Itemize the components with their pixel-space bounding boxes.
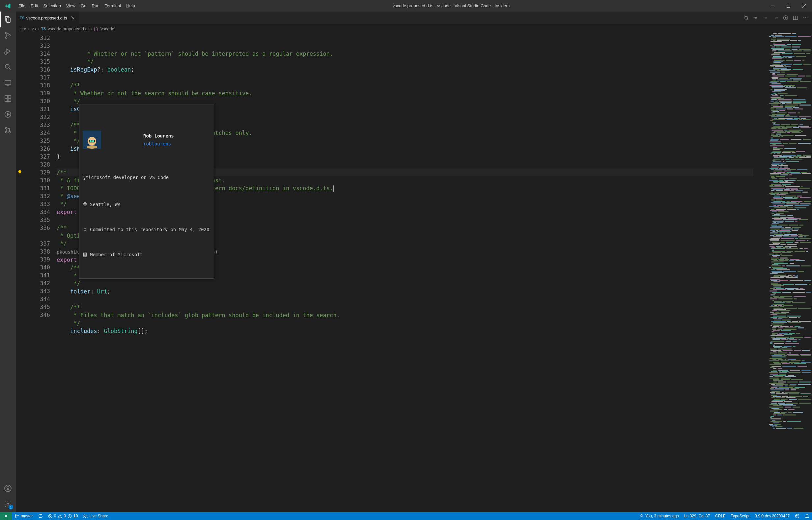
breadcrumb-seg[interactable]: src — [21, 26, 26, 31]
status-branch[interactable]: master — [12, 512, 35, 520]
menu-selection[interactable]: Selection — [40, 1, 63, 10]
status-liveshare[interactable]: Live Share — [80, 512, 111, 520]
svg-point-35 — [92, 140, 94, 142]
hover-member: Member of Microsoft — [83, 250, 209, 259]
status-cursor[interactable]: Ln 329, Col 87 — [681, 512, 712, 520]
menu-bar: FFileile Edit Selection View Go Run Term… — [16, 1, 138, 10]
svg-rect-3 — [7, 18, 10, 22]
status-eol[interactable]: CRLF — [712, 512, 728, 520]
typescript-icon: TS — [41, 27, 46, 31]
github-user-hover: Rob Lourens roblourens @Microsoft develo… — [79, 105, 214, 279]
svg-point-23 — [755, 17, 757, 19]
status-blame[interactable]: You, 3 minutes ago — [637, 512, 681, 520]
settings-badge: 1 — [8, 505, 13, 510]
editor[interactable]: 312 313 314 315 316 317 318 319 320 321 … — [16, 33, 812, 512]
activity-account[interactable] — [0, 480, 16, 496]
minimap[interactable] — [768, 33, 812, 512]
menu-edit[interactable]: Edit — [28, 1, 40, 10]
svg-point-34 — [90, 140, 91, 142]
menu-file[interactable]: FFileile — [16, 1, 28, 10]
breadcrumb-seg[interactable]: 'vscode' — [100, 26, 115, 31]
svg-point-21 — [744, 16, 746, 17]
chevron-right-icon: › — [28, 26, 29, 31]
svg-point-40 — [15, 517, 17, 518]
more-actions-icon[interactable] — [803, 15, 808, 21]
activity-github-pr[interactable] — [0, 122, 16, 138]
run-icon[interactable] — [783, 15, 788, 21]
svg-point-29 — [805, 18, 806, 19]
svg-rect-9 — [5, 80, 11, 84]
status-language[interactable]: TypeScript — [728, 512, 752, 520]
svg-point-16 — [6, 132, 7, 133]
maximize-button[interactable] — [780, 0, 796, 11]
breadcrumb-seg[interactable]: vscode.proposed.d.ts — [48, 26, 89, 31]
svg-rect-12 — [8, 99, 11, 102]
svg-point-39 — [15, 514, 17, 516]
activity-bar: 1 — [0, 11, 16, 512]
hover-bio: @Microsoft developer on VS Code — [83, 174, 209, 181]
split-editor-icon[interactable] — [793, 15, 798, 21]
window-title: vscode.proposed.d.ts - vscode - Visual S… — [138, 3, 764, 8]
nav-back-icon[interactable] — [753, 15, 759, 21]
minimize-button[interactable] — [764, 0, 780, 11]
activity-extensions[interactable] — [0, 91, 16, 106]
svg-point-22 — [747, 19, 748, 20]
svg-point-45 — [86, 515, 87, 516]
window-controls — [764, 0, 812, 11]
svg-point-24 — [765, 17, 766, 19]
status-feedback[interactable] — [792, 512, 802, 520]
svg-point-49 — [798, 515, 798, 516]
avatar — [83, 131, 101, 149]
svg-point-44 — [84, 515, 85, 516]
menu-terminal[interactable]: Terminal — [102, 1, 123, 10]
activity-explorer[interactable] — [0, 11, 16, 27]
compare-changes-icon[interactable] — [744, 15, 749, 21]
editor-actions — [744, 11, 812, 24]
activity-liveshare[interactable] — [0, 106, 16, 122]
tab-vscode-proposed[interactable]: TS vscode.proposed.d.ts — [16, 11, 79, 24]
activity-settings[interactable]: 1 — [0, 496, 16, 512]
glyph-margin — [16, 33, 24, 512]
nav-prev-icon[interactable] — [763, 15, 768, 21]
svg-rect-0 — [771, 6, 775, 6]
hover-commit: Committed to this repository on May 4, 2… — [83, 225, 209, 234]
activity-source-control[interactable] — [0, 27, 16, 43]
nav-next-icon[interactable] — [773, 15, 778, 21]
menu-help[interactable]: Help — [123, 1, 138, 10]
svg-point-36 — [84, 204, 86, 205]
svg-point-28 — [804, 18, 805, 19]
svg-point-30 — [807, 18, 808, 19]
breadcrumb-seg[interactable]: vs — [32, 26, 36, 31]
namespace-icon: { } — [94, 26, 98, 31]
close-icon[interactable] — [71, 16, 75, 20]
status-tsversion[interactable]: 3.9.0-dev.20200427 — [752, 512, 792, 520]
activity-remote-explorer[interactable] — [0, 75, 16, 91]
code-view[interactable]: * Whether or not `pattern` should be int… — [57, 33, 768, 512]
chevron-right-icon: › — [38, 26, 39, 31]
svg-point-20 — [7, 503, 9, 505]
svg-point-8 — [5, 64, 9, 68]
svg-point-47 — [795, 514, 799, 518]
activity-run-debug[interactable] — [0, 43, 16, 59]
status-sync[interactable] — [35, 512, 46, 520]
remote-indicator[interactable] — [0, 512, 12, 520]
status-problems[interactable]: 0 0 10 — [46, 512, 81, 520]
activity-search[interactable] — [0, 59, 16, 75]
status-notifications[interactable] — [802, 512, 812, 520]
svg-rect-1 — [787, 4, 790, 7]
close-button[interactable] — [796, 0, 812, 11]
menu-run[interactable]: Run — [89, 1, 102, 10]
vscode-logo — [0, 3, 16, 9]
hover-name: Rob Lourens — [143, 133, 174, 138]
menu-go[interactable]: Go — [78, 1, 89, 10]
hover-username[interactable]: roblourens — [143, 141, 171, 147]
breadcrumb[interactable]: src › vs › TS vscode.proposed.d.ts › { }… — [16, 24, 812, 33]
svg-rect-11 — [5, 99, 7, 102]
svg-point-5 — [6, 37, 7, 38]
hover-location: Seattle, WA — [83, 200, 209, 209]
tab-bar: TS vscode.proposed.d.ts — [16, 11, 812, 24]
menu-view[interactable]: View — [63, 1, 78, 10]
svg-point-17 — [9, 132, 10, 133]
lightbulb-icon[interactable] — [16, 168, 24, 176]
svg-point-6 — [9, 35, 10, 36]
